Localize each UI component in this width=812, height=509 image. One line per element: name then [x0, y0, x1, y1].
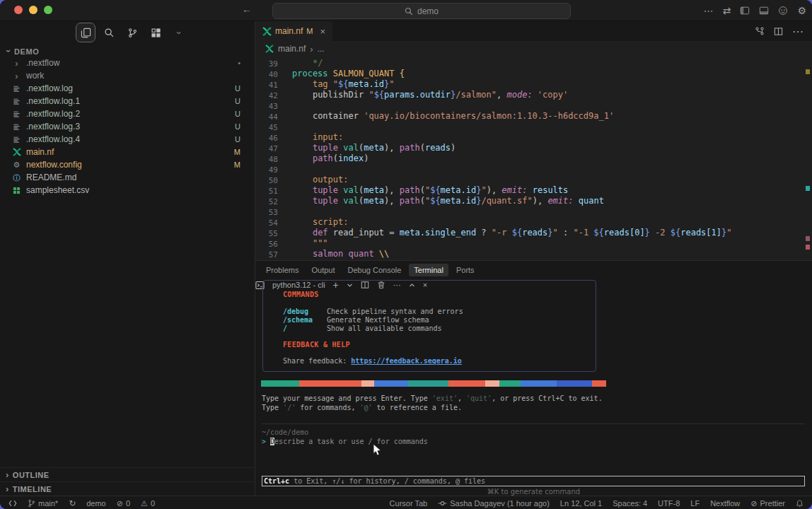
line-text: input: [278, 132, 343, 143]
close-icon[interactable]: × [320, 26, 326, 37]
status-item-main[interactable]: main* [28, 499, 58, 508]
tree-item--nextflow-log-3[interactable]: .nextflow.log.3U [0, 120, 255, 133]
tree-item-work[interactable]: ›work [0, 69, 255, 82]
status-item-cursor-tab[interactable]: Cursor Tab [390, 499, 428, 508]
panel-tab-problems[interactable]: Problems [261, 264, 303, 276]
ruler-mark [806, 186, 810, 191]
more-actions-icon[interactable]: ⋯ [792, 25, 804, 38]
extensions-icon[interactable] [146, 23, 165, 42]
code-line-47: 47 tuple val(meta), path(reads) [255, 143, 812, 153]
status-item-demo[interactable]: demo [86, 499, 106, 508]
panel-tab-debug-console[interactable]: Debug Console [343, 264, 407, 276]
info-file-icon [11, 174, 22, 182]
code-line-40: 40process SALMON_QUANT { [255, 69, 812, 79]
search-sidebar-icon[interactable] [100, 23, 118, 42]
source-control-graph-icon[interactable] [755, 26, 765, 36]
status-item-ln-12-col-1[interactable]: Ln 12, Col 1 [560, 499, 602, 508]
tree-item--nextflow[interactable]: ›.nextflow• [0, 57, 255, 69]
copilot-icon[interactable] [778, 6, 788, 16]
file-tree: ›.nextflow•›work.nextflow.logU.nextflow.… [0, 57, 255, 197]
swap-arrows-icon[interactable]: ⇄ [723, 5, 731, 16]
nf-file-icon [11, 148, 22, 156]
timeline-section[interactable]: › TIMELINE [0, 481, 255, 496]
split-editor-icon[interactable] [774, 27, 783, 36]
status-item-sasha-dagayev-1-hour-ago[interactable]: Sasha Dagayev (1 hour ago) [438, 499, 550, 508]
cwd-label: ~/code/demo [262, 428, 308, 437]
line-text: tag "${meta.id}" [278, 79, 395, 90]
nextflow-icon [265, 45, 274, 53]
back-arrow-icon[interactable]: ← [242, 4, 252, 15]
source-control-icon[interactable] [123, 23, 141, 42]
search-icon [405, 7, 413, 16]
hint-key: Ctrl+c [264, 477, 289, 486]
line-number: 47 [255, 143, 278, 153]
terminal-content[interactable]: COMMANDS /debugCheck pipeline syntax and… [261, 279, 806, 496]
tree-item-readme-md[interactable]: README.md [0, 171, 255, 184]
status-item-utf-8[interactable]: UTF-8 [658, 499, 680, 508]
status-item-0[interactable]: ⊘0 [117, 499, 130, 508]
status-item-spaces-4[interactable]: Spaces: 4 [613, 499, 647, 508]
line-number: 51 [255, 185, 278, 196]
command-description: Check pipeline syntax and errors [327, 308, 463, 316]
tree-item-nextflow-config[interactable]: ⚙nextflow.configM [0, 158, 255, 171]
cli-input[interactable]: > Describe a task or use / for commands [262, 438, 428, 446]
feedback-link[interactable]: https://feedback.seqera.io [351, 357, 462, 365]
status-left: main*↻demo⊘0⚠0 [8, 498, 155, 508]
settings-gear-icon[interactable]: ⚙ [797, 5, 806, 16]
file-name: .nextflow.log [26, 83, 73, 93]
breadcrumb-file[interactable]: main.nf [278, 44, 306, 54]
tree-item-main-nf[interactable]: main.nfM [0, 146, 255, 158]
breadcrumb-more[interactable]: ... [318, 44, 325, 54]
status-label: Prettier [760, 499, 785, 508]
status-item-0[interactable]: ⚠0 [141, 499, 155, 508]
tree-item--nextflow-log-4[interactable]: .nextflow.log.4U [0, 133, 255, 146]
panel-tab-output[interactable]: Output [306, 264, 340, 276]
file-name: .nextflow.log.1 [26, 96, 80, 106]
panel-tab-terminal[interactable]: Terminal [409, 264, 448, 276]
git-status-badge: U [235, 135, 240, 144]
code-editor[interactable]: 39 */40process SALMON_QUANT {41 tag "${m… [255, 57, 812, 260]
toggle-sidebar-icon[interactable] [740, 6, 750, 16]
breadcrumb[interactable]: main.nf › ... [255, 41, 812, 57]
zoom-window-button[interactable] [44, 6, 52, 14]
status-item-prettier[interactable]: ⊘Prettier [750, 499, 785, 508]
tree-item--nextflow-log-1[interactable]: .nextflow.log.1U [0, 95, 255, 107]
tab-label: main.nf [275, 26, 303, 36]
code-line-57: 57 salmon quant \\ [255, 249, 812, 259]
bell-icon [796, 499, 804, 508]
toggle-panel-icon[interactable] [759, 6, 769, 16]
stripe-segment [448, 380, 485, 387]
close-window-button[interactable] [14, 6, 23, 14]
command-name: / [283, 324, 327, 333]
outline-section[interactable]: › OUTLINE [0, 467, 255, 481]
tree-item--nextflow-log-2[interactable]: .nextflow.log.2U [0, 107, 255, 120]
code-line-53: 53 [255, 206, 812, 217]
command-center-search[interactable]: demo [272, 3, 571, 19]
more-actions-icon[interactable]: ⋯ [704, 5, 714, 16]
status-item-sync[interactable]: ↻ [69, 498, 76, 508]
panel-tab-ports[interactable]: Ports [451, 264, 480, 276]
workspace-title: DEMO [14, 47, 39, 56]
chevron-down-icon[interactable]: › [170, 23, 188, 42]
line-text: tuple val(meta), path("${meta.id}/quant.… [278, 196, 604, 206]
status-item-remote[interactable] [8, 499, 17, 508]
tree-item--nextflow-log[interactable]: .nextflow.logU [0, 82, 255, 95]
file-name: README.md [26, 172, 76, 182]
line-number: 54 [255, 217, 278, 228]
explorer-section-header[interactable]: › DEMO [7, 47, 39, 56]
status-item-lf[interactable]: LF [690, 499, 700, 508]
code-line-51: 51 tuple val(meta), path("${meta.id}"), … [255, 185, 812, 196]
status-item-bell[interactable] [796, 499, 804, 508]
tab-main-nf[interactable]: main.nf M × [255, 21, 332, 41]
code-line-54: 54 script: [255, 217, 812, 228]
csv-file-icon [11, 187, 22, 194]
explorer-files-icon[interactable] [76, 23, 95, 42]
status-item-nextflow[interactable]: Nextflow [710, 499, 740, 508]
tree-item-samplesheet-csv[interactable]: samplesheet.csv [0, 184, 255, 197]
status-label: 0 [126, 499, 130, 508]
status-label: LF [690, 499, 700, 508]
minimize-window-button[interactable] [29, 6, 37, 14]
log-file-icon [11, 98, 22, 105]
log-file-icon [11, 136, 22, 144]
generate-command-hint: ⌘K to generate command [261, 488, 806, 496]
